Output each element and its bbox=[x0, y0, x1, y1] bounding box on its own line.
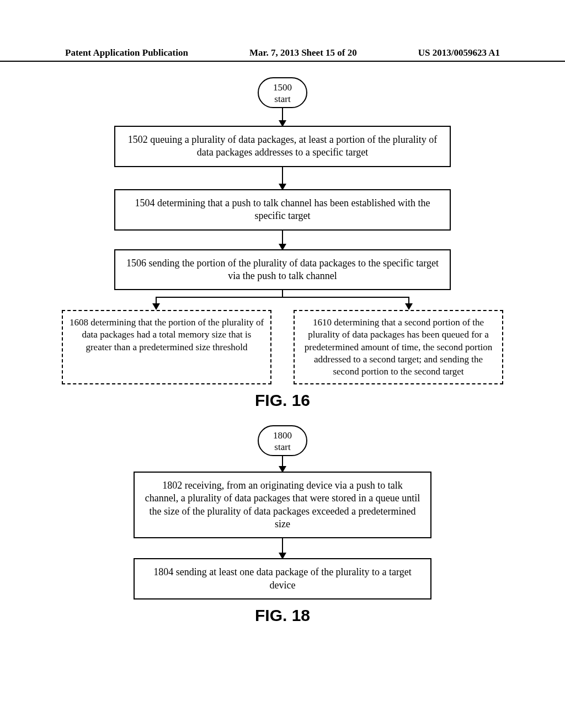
step-1802: 1802 receiving, from an originating devi… bbox=[134, 472, 431, 539]
start-label: start bbox=[259, 441, 306, 453]
page-body: 1500 start 1502 queuing a plurality of d… bbox=[0, 77, 565, 625]
step-text: 1610 determining that a second portion o… bbox=[305, 317, 492, 376]
start-num: 1500 bbox=[259, 82, 306, 93]
figure-label-16: FIG. 16 bbox=[56, 391, 509, 410]
step-1502: 1502 queuing a plurality of data package… bbox=[114, 126, 451, 167]
flowchart-fig16: 1500 start 1502 queuing a plurality of d… bbox=[56, 77, 509, 410]
flowchart-fig18: 1800 start 1802 receiving, from an origi… bbox=[89, 425, 476, 625]
arrow-down-icon bbox=[282, 538, 283, 558]
step-1506: 1506 sending the portion of the pluralit… bbox=[114, 249, 451, 291]
step-text: 1506 sending the portion of the pluralit… bbox=[126, 258, 439, 281]
arrow-down-icon bbox=[282, 231, 283, 249]
step-text: 1608 determining that the portion of the… bbox=[70, 317, 264, 352]
arrow-down-icon bbox=[156, 297, 157, 309]
step-1804: 1804 sending at least one data package o… bbox=[134, 558, 431, 599]
patent-header: Patent Application Publication Mar. 7, 2… bbox=[0, 47, 565, 62]
arrow-down-icon bbox=[282, 167, 283, 189]
connector-line bbox=[156, 297, 409, 298]
header-right: US 2013/0059623 A1 bbox=[418, 47, 500, 58]
arrow-down-icon bbox=[282, 456, 283, 472]
connector-line bbox=[282, 290, 283, 297]
step-text: 1804 sending at least one data package o… bbox=[153, 566, 412, 590]
start-node-1500: 1500 start bbox=[258, 77, 307, 108]
branch-row: 1608 determining that the portion of the… bbox=[62, 310, 503, 384]
header-mid: Mar. 7, 2013 Sheet 15 of 20 bbox=[249, 47, 357, 58]
step-text: 1504 determining that a push to talk cha… bbox=[135, 197, 430, 221]
start-node-1800: 1800 start bbox=[258, 425, 307, 456]
header-left: Patent Application Publication bbox=[65, 47, 188, 58]
branch-connector bbox=[62, 290, 503, 310]
start-label: start bbox=[259, 93, 306, 105]
arrow-down-icon bbox=[282, 108, 283, 126]
step-1610-dashed: 1610 determining that a second portion o… bbox=[294, 310, 503, 384]
step-text: 1802 receiving, from an originating devi… bbox=[145, 480, 420, 529]
step-1504: 1504 determining that a push to talk cha… bbox=[114, 189, 451, 231]
arrow-down-icon bbox=[408, 297, 409, 309]
figure-label-18: FIG. 18 bbox=[89, 606, 476, 625]
start-num: 1800 bbox=[259, 430, 306, 441]
step-text: 1502 queuing a plurality of data package… bbox=[128, 134, 437, 158]
step-1608-dashed: 1608 determining that the portion of the… bbox=[62, 310, 271, 384]
